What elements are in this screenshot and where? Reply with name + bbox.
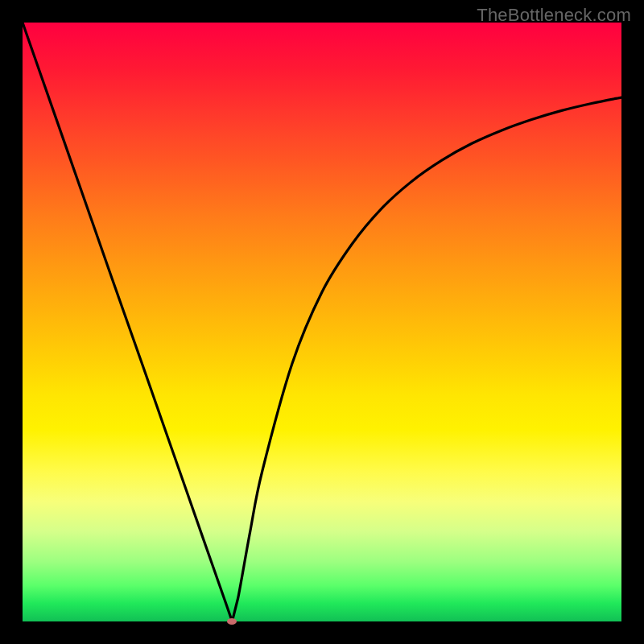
watermark-text: TheBottleneck.com [477,5,631,26]
plot-area [23,23,621,621]
bottleneck-curve-svg [23,23,621,621]
chart-container: TheBottleneck.com [0,0,644,644]
optimum-dot [227,618,237,625]
bottleneck-curve [23,23,621,621]
